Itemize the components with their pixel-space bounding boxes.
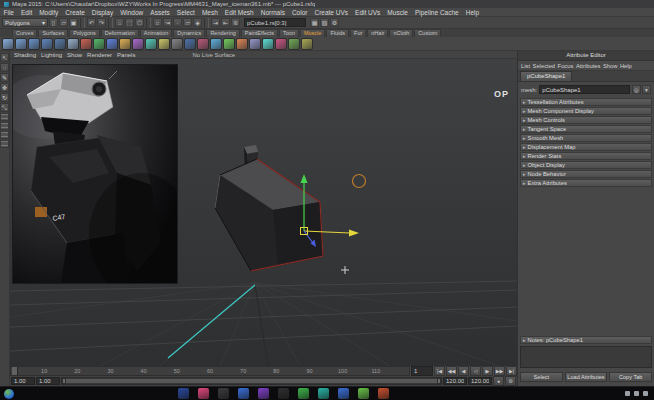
shelf-tab-curves[interactable]: Curves bbox=[12, 29, 37, 37]
shelf-tab-surfaces[interactable]: Surfaces bbox=[38, 29, 68, 37]
taskbar-app-icon[interactable] bbox=[378, 388, 389, 399]
step-back-button[interactable]: ◀ bbox=[458, 366, 469, 376]
polygon-plane-icon[interactable] bbox=[67, 38, 79, 50]
panel-menu-lighting[interactable]: Lighting bbox=[41, 51, 62, 59]
shelf-tool-icon[interactable] bbox=[197, 38, 209, 50]
go-to-start-button[interactable]: |◀ bbox=[434, 366, 445, 376]
menu-item-edit-mesh[interactable]: Edit Mesh bbox=[221, 8, 257, 17]
polygon-cube-icon[interactable] bbox=[15, 38, 27, 50]
pcube-mesh-object[interactable] bbox=[215, 145, 323, 271]
select-by-hierarchy-icon[interactable]: ⌂ bbox=[115, 18, 124, 27]
ipr-render-icon[interactable]: ▧ bbox=[320, 18, 329, 27]
layout-four-view-button[interactable] bbox=[0, 122, 9, 130]
lasso-tool[interactable]: ◌ bbox=[0, 63, 9, 72]
ae-section-mesh-controls[interactable]: ▸Mesh Controls bbox=[520, 116, 652, 124]
taskbar-app-icon[interactable] bbox=[358, 388, 369, 399]
shelf-tool-icon[interactable] bbox=[288, 38, 300, 50]
tray-icon[interactable] bbox=[643, 391, 648, 396]
taskbar-app-icon[interactable] bbox=[258, 388, 269, 399]
menu-item-normals[interactable]: Normals bbox=[257, 8, 288, 17]
menu-item-muscle[interactable]: Muscle bbox=[384, 8, 412, 17]
manipulator-x-arrow-icon[interactable] bbox=[349, 230, 359, 237]
polygon-cone-icon[interactable] bbox=[41, 38, 53, 50]
polygon-cylinder-icon[interactable] bbox=[28, 38, 40, 50]
taskbar-app-icon[interactable] bbox=[198, 388, 209, 399]
output-connections-icon[interactable]: ⇤ bbox=[221, 18, 230, 27]
layout-hypershade-persp-button[interactable] bbox=[0, 140, 9, 148]
quick-selection-field[interactable] bbox=[244, 18, 306, 27]
render-settings-icon[interactable]: ⚙ bbox=[330, 18, 339, 27]
shelf-tool-icon[interactable] bbox=[236, 38, 248, 50]
ae-section-tangent-space[interactable]: ▸Tangent Space bbox=[520, 125, 652, 133]
play-backwards-button[interactable]: ◁ bbox=[470, 366, 481, 376]
menu-item-color[interactable]: Color bbox=[288, 8, 311, 17]
shelf-tool-icon[interactable] bbox=[145, 38, 157, 50]
taskbar-app-icon[interactable] bbox=[218, 388, 229, 399]
ae-menu-attributes[interactable]: Attributes bbox=[576, 63, 601, 69]
menu-set-dropdown[interactable]: Polygons ▾ bbox=[2, 18, 48, 27]
menu-item-edit-uvs[interactable]: Edit UVs bbox=[352, 8, 384, 17]
make-live-icon[interactable]: ◈ bbox=[193, 18, 202, 27]
undo-icon[interactable]: ↶ bbox=[87, 18, 96, 27]
shelf-tab-painteffects[interactable]: PaintEffects bbox=[241, 29, 278, 37]
shelf-tool-icon[interactable] bbox=[171, 38, 183, 50]
pivot-circle[interactable] bbox=[353, 175, 366, 188]
start-button[interactable] bbox=[4, 389, 14, 399]
select-by-component-icon[interactable]: ⬡ bbox=[135, 18, 144, 27]
snap-to-point-icon[interactable]: ◦ bbox=[173, 18, 182, 27]
focus-button[interactable]: ◎ bbox=[632, 85, 641, 94]
panel-menu-panels[interactable]: Panels bbox=[117, 51, 135, 59]
snap-to-curve-icon[interactable]: ↝ bbox=[163, 18, 172, 27]
range-slider[interactable] bbox=[61, 377, 442, 385]
menu-item-pipeline-cache[interactable]: Pipeline Cache bbox=[411, 8, 462, 17]
construction-history-icon[interactable]: ≋ bbox=[231, 18, 240, 27]
menu-item-file[interactable]: File bbox=[0, 8, 17, 17]
ae-section-object-display[interactable]: ▸Object Display bbox=[520, 161, 652, 169]
prev-keyframe-button[interactable]: ◀◀ bbox=[446, 366, 457, 376]
menu-item-select[interactable]: Select bbox=[173, 8, 198, 17]
attribute-editor-header[interactable]: Attribute Editor bbox=[518, 51, 654, 61]
range-end-handle[interactable] bbox=[437, 378, 441, 384]
tray-icon[interactable] bbox=[625, 391, 630, 396]
new-scene-icon[interactable]: ▯ bbox=[49, 18, 58, 27]
snap-to-plane-icon[interactable]: ▱ bbox=[183, 18, 192, 27]
shelf-tab-deformation[interactable]: Deformation bbox=[101, 29, 139, 37]
ae-menu-help[interactable]: Help bbox=[620, 63, 632, 69]
go-to-end-button[interactable]: ▶| bbox=[506, 366, 517, 376]
shelf-tab-muscle[interactable]: Muscle bbox=[300, 29, 325, 37]
redo-icon[interactable]: ↷ bbox=[97, 18, 106, 27]
menu-item-window[interactable]: Window bbox=[117, 8, 147, 17]
menu-item-assets[interactable]: Assets bbox=[147, 8, 174, 17]
perspective-viewport[interactable]: ShadingLightingShowRendererPanels No Liv… bbox=[10, 51, 517, 366]
move-tool[interactable]: ✥ bbox=[0, 83, 9, 92]
ae-menu-selected[interactable]: Selected bbox=[533, 63, 556, 69]
shelf-tool-icon[interactable] bbox=[210, 38, 222, 50]
animation-preferences-button[interactable]: ⚙ bbox=[505, 376, 516, 386]
playback-start-field[interactable] bbox=[36, 377, 60, 385]
snap-to-grid-icon[interactable]: ⌗ bbox=[153, 18, 162, 27]
shelf-tool-icon[interactable] bbox=[301, 38, 313, 50]
menu-item-edit[interactable]: Edit bbox=[17, 8, 35, 17]
shelf-tab-dynamics[interactable]: Dynamics bbox=[173, 29, 205, 37]
menu-item-modify[interactable]: Modify bbox=[36, 8, 62, 17]
ae-section-extra-attributes[interactable]: ▸Extra Attributes bbox=[520, 179, 652, 187]
shelf-tool-icon[interactable] bbox=[93, 38, 105, 50]
input-connections-icon[interactable]: ⇥ bbox=[211, 18, 220, 27]
shelf-tab-fur[interactable]: Fur bbox=[350, 29, 366, 37]
shelf-tab-rendering[interactable]: Rendering bbox=[206, 29, 239, 37]
open-scene-icon[interactable]: ▱ bbox=[59, 18, 68, 27]
shelf-tab-animation[interactable]: Animation bbox=[140, 29, 172, 37]
auto-keyframe-button[interactable]: ● bbox=[493, 376, 504, 386]
current-time-field[interactable] bbox=[411, 366, 433, 376]
notes-text-area[interactable] bbox=[520, 346, 652, 368]
shelf-tool-icon[interactable] bbox=[80, 38, 92, 50]
panel-menu-renderer[interactable]: Renderer bbox=[87, 51, 112, 59]
load-attributes-button[interactable]: Load Attributes bbox=[565, 372, 608, 382]
play-button[interactable]: ▶ bbox=[482, 366, 493, 376]
manipulator-y-arrow-icon[interactable] bbox=[301, 174, 308, 183]
menu-item-display[interactable]: Display bbox=[88, 8, 116, 17]
ae-menu-focus[interactable]: Focus bbox=[558, 63, 574, 69]
shelf-tool-icon[interactable] bbox=[106, 38, 118, 50]
shelf-tool-icon[interactable] bbox=[119, 38, 131, 50]
ae-menu-show[interactable]: Show bbox=[603, 63, 618, 69]
